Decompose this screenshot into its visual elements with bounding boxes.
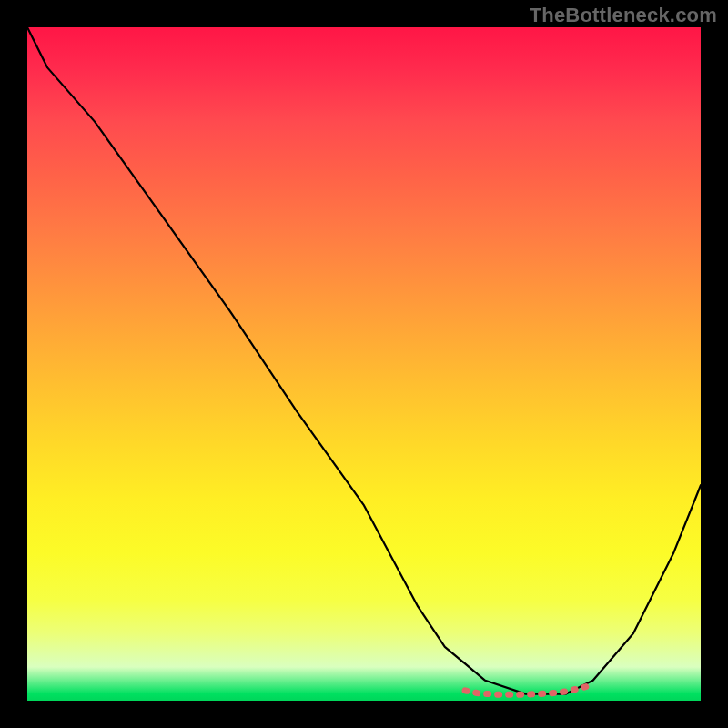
- bottleneck-curve-line: [27, 27, 701, 694]
- watermark-label: TheBottleneck.com: [530, 4, 717, 27]
- chart-svg: [27, 27, 701, 701]
- plot-area: [27, 27, 701, 701]
- chart-frame: TheBottleneck.com: [0, 0, 728, 728]
